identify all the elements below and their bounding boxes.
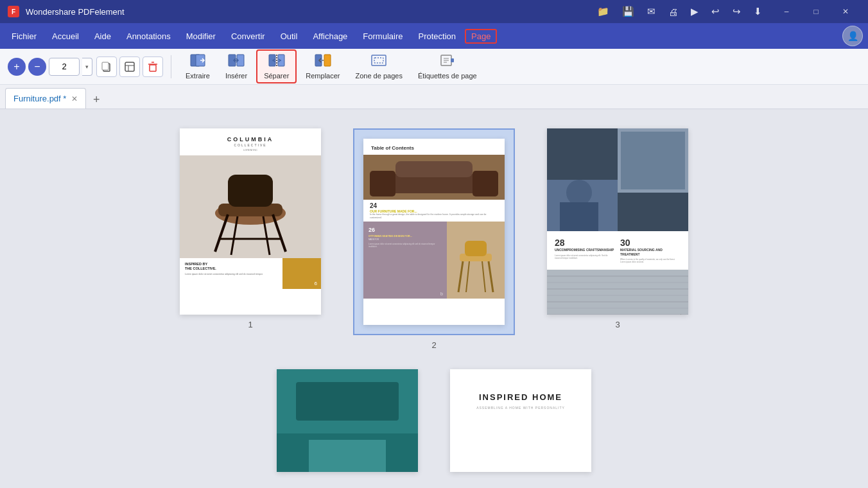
page-2-entry-2-title: OTTOMAN SEATING DESIGN FOR...	[369, 234, 442, 238]
page-2-header: Table of Contents	[363, 139, 505, 155]
remplacer-label: Remplacer	[306, 72, 340, 80]
undo-icon[interactable]: ↩	[708, 4, 723, 19]
menu-outil[interactable]: Outil	[274, 29, 304, 44]
title-bar: F Wondershare PDFelement 📁 💾 ✉ 🖨 ▶ ↩ ↪ ⬇…	[0, 0, 868, 23]
menu-annotations[interactable]: Annotations	[120, 29, 177, 44]
extraire-button[interactable]: Extraire	[179, 51, 216, 82]
page-3-desc1: Lorem ipsum dolor sit amet consectetur a…	[555, 254, 615, 259]
page-1-collective: COLLECTIVE	[180, 143, 321, 147]
separer-icon	[268, 53, 285, 71]
page-thumb-3: 28 UNCOMPROMISING CRAFTSMANSHIP Lorem ip…	[547, 128, 688, 329]
page-1-inspired: INSPIRED BYTHE COLLECTIVE.	[185, 262, 277, 271]
copy-button-2[interactable]	[119, 57, 140, 77]
page-2-bottom: 26 OTTOMAN SEATING DESIGN FOR... MADE FO…	[363, 222, 505, 299]
user-avatar[interactable]: 👤	[842, 26, 863, 46]
page-1-brand: LOREM INC	[180, 148, 321, 152]
download-icon[interactable]: ⬇	[751, 4, 765, 19]
page-2-entry-1-desc: In the home through a great design, the …	[370, 213, 498, 219]
menu-aide[interactable]: Aide	[88, 29, 117, 44]
page-1-thumbnail[interactable]: COLUMBIA COLLECTIVE LOREM INC	[180, 128, 321, 315]
app-title: Wondershare PDFelement	[26, 7, 587, 17]
copy-delete-group	[96, 57, 163, 77]
page-1-num: 6	[315, 281, 317, 286]
menu-fichier[interactable]: Fichier	[5, 29, 43, 44]
svg-rect-53	[560, 202, 598, 231]
page-2-num: b	[440, 292, 443, 296]
page-3-title1: UNCOMPROMISING CRAFTSMANSHIP	[555, 248, 615, 252]
save-icon[interactable]: 💾	[619, 4, 638, 19]
svg-rect-26	[451, 58, 454, 62]
run-icon[interactable]: ▶	[688, 4, 702, 19]
svg-point-52	[566, 180, 592, 205]
remplacer-icon	[315, 53, 331, 71]
page-1-title: COLUMBIA	[180, 136, 321, 143]
maximize-button[interactable]: □	[801, 0, 831, 23]
page-5-title: INSPIRED HOME	[463, 392, 578, 402]
svg-rect-21	[374, 58, 383, 63]
open-icon[interactable]: 📁	[594, 4, 612, 19]
print-icon[interactable]: 🖨	[665, 5, 681, 19]
extraire-icon	[189, 53, 206, 71]
page-1-content: COLUMBIA COLLECTIVE LOREM INC	[180, 128, 321, 315]
zone-label: Zone de pages	[355, 72, 402, 80]
tab-filename: Furniture.pdf *	[13, 94, 66, 103]
remplacer-button[interactable]: Remplacer	[299, 51, 346, 82]
page-5-subtitle: ASSEMBLING A HOME WITH PERSONALITY	[463, 406, 578, 410]
app-logo: F	[8, 6, 19, 17]
mail-icon[interactable]: ✉	[644, 4, 659, 19]
svg-rect-50	[621, 132, 685, 189]
etiquettes-button[interactable]: Étiquettes de page	[412, 51, 483, 82]
svg-rect-1	[102, 62, 108, 70]
page-3-num2: 30	[620, 238, 681, 248]
user-area: 👤	[842, 26, 863, 46]
page-2-selected-wrapper: Table of Contents	[353, 128, 515, 335]
menu-affichage[interactable]: Affichage	[306, 29, 354, 44]
etiquettes-label: Étiquettes de page	[418, 72, 477, 80]
separer-label: Séparer	[264, 72, 289, 80]
copy-button-1[interactable]	[96, 57, 117, 77]
separer-button[interactable]: Séparer	[256, 49, 297, 83]
zone-button[interactable]: Zone de pages	[349, 51, 408, 82]
menu-formulaire[interactable]: Formulaire	[356, 29, 409, 44]
add-tab-button[interactable]: +	[87, 91, 105, 109]
svg-rect-18	[324, 55, 331, 66]
inserer-button[interactable]: Insérer	[219, 51, 254, 82]
page-3-number: 3	[615, 320, 620, 329]
page-3-col2: 30 MATERIAL SOURCING AND TREATMENT When …	[620, 238, 681, 263]
menu-convertir[interactable]: Convertir	[225, 29, 272, 44]
toolbar: + − ▾	[0, 49, 868, 85]
delete-button[interactable]	[143, 57, 163, 77]
page-tools-group: Extraire Insérer	[179, 49, 483, 83]
inserer-icon	[228, 53, 245, 71]
page-2-thumbnail[interactable]: Table of Contents	[363, 139, 505, 325]
redo-icon[interactable]: ↪	[729, 4, 744, 19]
minimize-button[interactable]: –	[772, 0, 801, 23]
remove-page-button[interactable]: −	[28, 58, 46, 76]
menu-page[interactable]: Page	[465, 29, 497, 44]
page-3-thumbnail[interactable]: 28 UNCOMPROMISING CRAFTSMANSHIP Lorem ip…	[547, 128, 688, 315]
document-tab[interactable]: Furniture.pdf * ✕	[5, 88, 86, 109]
page-2-bottom-left: 26 OTTOMAN SEATING DESIGN FOR... MADE FO…	[363, 222, 447, 299]
page-5-thumbnail[interactable]: INSPIRED HOME ASSEMBLING A HOME WITH PER…	[450, 369, 591, 472]
tab-close-button[interactable]: ✕	[71, 94, 78, 103]
page-2-top-image	[363, 155, 505, 200]
page-3-text: 28 UNCOMPROMISING CRAFTSMANSHIP Lorem ip…	[547, 231, 688, 270]
page-4-thumbnail[interactable]	[277, 369, 418, 472]
page-2-bottom-right	[447, 222, 505, 299]
page-dropdown[interactable]: ▾	[82, 58, 92, 76]
menu-protection[interactable]: Protection	[412, 29, 462, 44]
page-1-desc: Lorem ipsum dolor sit amet consectetur a…	[185, 273, 277, 276]
page-2-entry-2-num: 26	[369, 227, 442, 233]
page-3-num1: 28	[555, 238, 615, 248]
close-button[interactable]: ✕	[831, 0, 860, 23]
inserer-label: Insérer	[225, 72, 247, 80]
menu-modifier[interactable]: Modifier	[180, 29, 222, 44]
tab-bar: Furniture.pdf * ✕ +	[0, 85, 868, 109]
page-row-2: INSPIRED HOME ASSEMBLING A HOME WITH PER…	[26, 369, 842, 472]
page-2-content: Table of Contents	[363, 139, 505, 325]
page-2-entry-1-num: 24	[370, 202, 498, 209]
menu-accueil[interactable]: Accueil	[46, 29, 85, 44]
add-page-button[interactable]: +	[8, 58, 26, 76]
page-number-input[interactable]	[49, 58, 80, 76]
svg-rect-2	[125, 62, 134, 71]
